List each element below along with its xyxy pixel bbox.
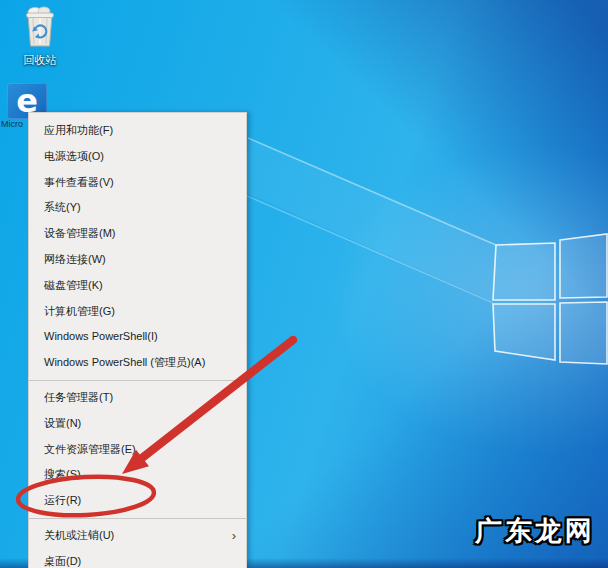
menu-separator	[29, 380, 246, 381]
recycle-bin-label: 回收站	[17, 53, 63, 68]
menu-item-label: 事件查看器(V)	[44, 176, 114, 188]
menu-item-label: 搜索(S)	[44, 468, 81, 480]
menu-item-task-manager[interactable]: 任务管理器(T)	[29, 385, 246, 411]
menu-item-apps-and-features[interactable]: 应用和功能(F)	[29, 118, 246, 144]
watermark-text: 广东龙网	[475, 513, 595, 549]
chevron-right-icon: ›	[232, 523, 236, 549]
menu-item-label: 运行(R)	[44, 494, 81, 506]
winx-context-menu: 应用和功能(F) 电源选项(O) 事件查看器(V) 系统(Y) 设备管理器(M)…	[28, 112, 247, 568]
edge-label-fragment: Micro	[1, 119, 26, 130]
menu-item-powershell-admin[interactable]: Windows PowerShell (管理员)(A)	[29, 350, 246, 376]
menu-item-label: 磁盘管理(K)	[44, 279, 103, 291]
menu-item-system[interactable]: 系统(Y)	[29, 195, 246, 221]
menu-item-run[interactable]: 运行(R)	[29, 488, 246, 514]
menu-item-network-connections[interactable]: 网络连接(W)	[29, 247, 246, 273]
menu-item-label: 系统(Y)	[44, 201, 81, 213]
menu-item-powershell[interactable]: Windows PowerShell(I)	[29, 324, 246, 350]
menu-item-label: 电源选项(O)	[44, 150, 104, 162]
menu-item-shutdown-or-signout[interactable]: 关机或注销(U) ›	[29, 523, 246, 549]
menu-item-file-explorer[interactable]: 文件资源管理器(E)	[29, 437, 246, 463]
light-beam	[240, 140, 496, 302]
menu-item-label: 网络连接(W)	[44, 253, 106, 265]
menu-item-label: 桌面(D)	[44, 555, 81, 567]
menu-item-settings[interactable]: 设置(N)	[29, 411, 246, 437]
menu-item-label: 设备管理器(M)	[44, 227, 116, 239]
menu-item-label: 设置(N)	[44, 417, 81, 429]
menu-item-power-options[interactable]: 电源选项(O)	[29, 144, 246, 170]
windows-logo-panes	[493, 234, 607, 364]
menu-item-label: Windows PowerShell (管理员)(A)	[44, 356, 205, 368]
menu-separator	[29, 518, 246, 519]
menu-item-disk-management[interactable]: 磁盘管理(K)	[29, 273, 246, 299]
menu-item-label: 关机或注销(U)	[44, 529, 114, 541]
menu-item-label: 应用和功能(F)	[44, 124, 113, 136]
recycle-bin-icon[interactable]: 回收站	[17, 5, 63, 68]
menu-item-event-viewer[interactable]: 事件查看器(V)	[29, 170, 246, 196]
menu-item-search[interactable]: 搜索(S)	[29, 462, 246, 488]
menu-item-desktop[interactable]: 桌面(D)	[29, 549, 246, 568]
recycle-bin-glyph	[21, 5, 59, 47]
menu-item-device-manager[interactable]: 设备管理器(M)	[29, 221, 246, 247]
menu-item-label: 计算机管理(G)	[44, 305, 115, 317]
menu-item-label: 文件资源管理器(E)	[44, 443, 136, 455]
menu-item-computer-management[interactable]: 计算机管理(G)	[29, 299, 246, 325]
menu-item-label: Windows PowerShell(I)	[44, 330, 158, 342]
menu-item-label: 任务管理器(T)	[44, 391, 113, 403]
